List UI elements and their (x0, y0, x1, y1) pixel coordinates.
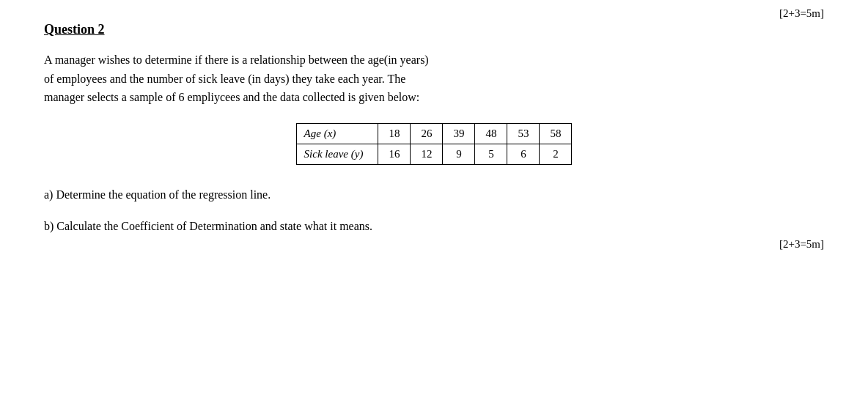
data-table: Age (x) 18 26 39 48 53 58 Sick leave (y)… (296, 123, 573, 165)
age-val-2: 26 (411, 123, 443, 144)
age-val-6: 58 (540, 123, 572, 144)
data-table-container: Age (x) 18 26 39 48 53 58 Sick leave (y)… (44, 123, 824, 165)
body-line3: manager selects a sample of 6 empliycees… (44, 91, 419, 103)
question-body: A manager wishes to determine if there i… (44, 51, 824, 107)
sick-val-5: 6 (507, 144, 540, 164)
part-a: a) Determine the equation of the regress… (44, 185, 824, 204)
table-row-sick: Sick leave (y) 16 12 9 5 6 2 (296, 144, 572, 164)
age-val-1: 18 (378, 123, 411, 144)
part-b: b) Calculate the Coefficient of Determin… (44, 217, 824, 236)
question-title: Question 2 (44, 22, 824, 37)
top-reference: [2+3=5m] (779, 7, 824, 20)
sick-val-2: 12 (411, 144, 443, 164)
age-val-3: 39 (443, 123, 475, 144)
body-line2: of employees and the number of sick leav… (44, 73, 405, 85)
age-val-5: 53 (507, 123, 540, 144)
sick-val-6: 2 (540, 144, 572, 164)
sick-val-3: 9 (443, 144, 475, 164)
age-label: Age (x) (296, 123, 378, 144)
sick-val-1: 16 (378, 144, 411, 164)
bottom-mark: [2+3=5m] (779, 238, 824, 251)
age-val-4: 48 (475, 123, 507, 144)
body-line1: A manager wishes to determine if there i… (44, 53, 429, 66)
table-row-age: Age (x) 18 26 39 48 53 58 (296, 123, 572, 144)
sick-val-4: 5 (475, 144, 507, 164)
sick-label: Sick leave (y) (296, 144, 378, 164)
